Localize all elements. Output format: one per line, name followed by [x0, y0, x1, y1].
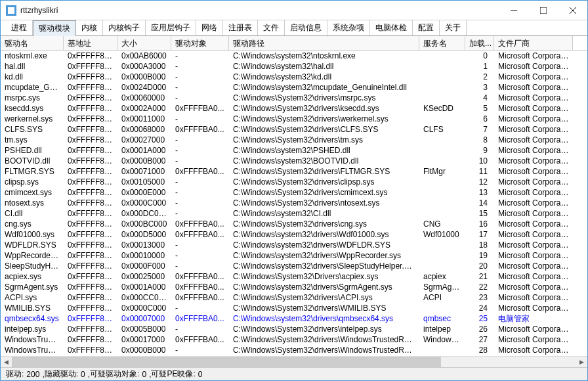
cell-name: ACPI.sys	[1, 292, 64, 303]
minimize-button[interactable]	[499, 1, 528, 20]
cell-obj: -	[171, 61, 229, 72]
cell-obj: -	[171, 156, 229, 166]
table-row[interactable]: WDFLDR.SYS0xFFFFF800...0x00013000-C:\Win…	[1, 240, 587, 250]
cell-ord: 26	[465, 324, 494, 334]
cell-obj: 0xFFFFBA0...	[171, 229, 229, 240]
cell-obj: 0xFFFFBA0...	[171, 124, 229, 135]
scroll-left-button[interactable]: ◀	[1, 357, 12, 368]
cell-base: 0xFFFFF800...	[64, 292, 117, 303]
column-header-3[interactable]: 驱动对象	[171, 36, 229, 50]
cell-vendor: Microsoft Corporation	[494, 156, 573, 166]
scroll-track[interactable]	[12, 357, 576, 368]
column-header-4[interactable]: 驱动路径	[229, 36, 419, 50]
cell-size: 0x0000C000	[117, 198, 171, 208]
cell-name: WindowsTruste...	[1, 334, 64, 345]
cell-name: WindowsTruste...	[1, 345, 64, 355]
cell-size: 0x000DC000	[117, 208, 171, 219]
cell-name: WDFLDR.SYS	[1, 240, 64, 250]
table-row[interactable]: mcupdate_Genu...0xFFFFF800...0x0024D000-…	[1, 82, 587, 93]
tab-2[interactable]: 内核	[76, 20, 103, 35]
column-header-0[interactable]: 驱动名	[1, 36, 64, 50]
cell-name: CLFS.SYS	[1, 124, 64, 135]
close-button[interactable]	[558, 1, 587, 20]
cell-path: C:\Windows\System32\drivers\WindowsTrust…	[229, 334, 419, 345]
cell-path: C:\Windows\system32\CI.dll	[229, 208, 419, 219]
table-row[interactable]: Wdf01000.sys0xFFFFF800...0x000D50000xFFF…	[1, 229, 587, 240]
tab-8[interactable]: 启动信息	[285, 20, 327, 35]
cell-svc: CLFS	[419, 124, 465, 135]
table-row[interactable]: cng.sys0xFFFFF800...0x000BC0000xFFFFBA0.…	[1, 219, 587, 229]
table-row[interactable]: intelpep.sys0xFFFFF800...0x0005B000-C:\W…	[1, 324, 587, 334]
cell-path: C:\Windows\System32\drivers\werkernel.sy…	[229, 114, 419, 124]
table-row[interactable]: cmimcext.sys0xFFFFF800...0x0000E000-C:\W…	[1, 187, 587, 198]
column-header-6[interactable]: 加载...	[465, 36, 494, 50]
cell-ord: 27	[465, 334, 494, 345]
cell-base: 0xFFFFF800...	[64, 177, 117, 187]
table-row[interactable]: SgrmAgent.sys0xFFFFF800...0x0001A0000xFF…	[1, 282, 587, 292]
cell-size: 0x0005B000	[117, 324, 171, 334]
cell-vendor: Microsoft Corporation	[494, 124, 573, 135]
window-title: rttzrhyslikri	[20, 6, 499, 15]
table-row[interactable]: WMILIB.SYS0xFFFFF800...0x0000C000-C:\Win…	[1, 303, 587, 313]
table-row[interactable]: msrpc.sys0xFFFFF800...0x00060000-C:\Wind…	[1, 93, 587, 103]
cell-obj: -	[171, 177, 229, 187]
table-row[interactable]: WindowsTruste...0xFFFFF800...0x0000B000-…	[1, 345, 587, 355]
cell-base: 0xFFFFF800...	[64, 187, 117, 198]
cell-ord: 12	[465, 177, 494, 187]
column-header-7[interactable]: 文件厂商	[494, 36, 573, 50]
column-header-5[interactable]: 服务名	[419, 36, 465, 50]
table-row[interactable]: WindowsTruste...0xFFFFF800...0x000170000…	[1, 334, 587, 345]
tab-4[interactable]: 应用层钩子	[146, 20, 196, 35]
table-row[interactable]: PSHED.dll0xFFFFF800...0x0001A000-C:\Wind…	[1, 145, 587, 156]
table-row[interactable]: ACPI.sys0xFFFFF800...0x000CC0000xFFFFBA0…	[1, 292, 587, 303]
table-row[interactable]: ksecdd.sys0xFFFFF800...0x0002A0000xFFFFB…	[1, 103, 587, 114]
table-row[interactable]: ntoskrnl.exe0xFFFFF800...0x00AB6000-C:\W…	[1, 51, 587, 61]
table-row[interactable]: qmbsecx64.sys0xFFFFF800...0x000070000xFF…	[1, 313, 587, 324]
table-row[interactable]: WppRecorder.sys0xFFFFF800...0x00010000-C…	[1, 250, 587, 261]
column-header-1[interactable]: 基地址	[64, 36, 117, 50]
cell-svc	[419, 261, 465, 271]
tab-7[interactable]: 文件	[258, 20, 285, 35]
tab-5[interactable]: 网络	[196, 20, 223, 35]
scroll-right-button[interactable]: ▶	[576, 357, 587, 368]
cell-base: 0xFFFFF800...	[64, 156, 117, 166]
cell-name: werkernel.sys	[1, 114, 64, 124]
tab-10[interactable]: 电脑体检	[370, 20, 413, 35]
cell-size: 0x0000C000	[117, 303, 171, 313]
tab-1[interactable]: 驱动模块	[33, 20, 76, 37]
horizontal-scrollbar[interactable]: ◀ ▶	[1, 356, 587, 367]
tab-3[interactable]: 内核钩子	[103, 20, 146, 35]
cell-name: CI.dll	[1, 208, 64, 219]
table-row[interactable]: ntosext.sys0xFFFFF800...0x0000C000-C:\Wi…	[1, 198, 587, 208]
cell-obj: 0xFFFFBA0...	[171, 292, 229, 303]
tab-12[interactable]: 关于	[440, 20, 467, 35]
status-drivers-label: 驱动:	[6, 369, 24, 380]
table-row[interactable]: acpiex.sys0xFFFFF800...0x000250000xFFFFB…	[1, 271, 587, 282]
cell-name: tm.sys	[1, 135, 64, 145]
maximize-button[interactable]	[528, 1, 558, 20]
tab-0[interactable]: 进程	[6, 20, 33, 35]
table-row[interactable]: kd.dll0xFFFFF800...0x0000B000-C:\Windows…	[1, 72, 587, 82]
cell-base: 0xFFFFF800...	[64, 282, 117, 292]
table-row[interactable]: BOOTVID.dll0xFFFFF800...0x0000B000-C:\Wi…	[1, 156, 587, 166]
cell-path: C:\Windows\System32\drivers\WindowsTrust…	[229, 345, 419, 355]
table-row[interactable]: clipsp.sys0xFFFFF800...0x00105000-C:\Win…	[1, 177, 587, 187]
cell-ord: 0	[465, 51, 494, 61]
tab-9[interactable]: 系统杂项	[327, 20, 370, 35]
table-row[interactable]: werkernel.sys0xFFFFF800...0x00011000-C:\…	[1, 114, 587, 124]
cell-vendor: Microsoft Corporation	[494, 292, 573, 303]
table-row[interactable]: CLFS.SYS0xFFFFF800...0x000680000xFFFFBA0…	[1, 124, 587, 135]
cell-path: C:\Windows\System32\drivers\FLTMGR.SYS	[229, 166, 419, 177]
table-row[interactable]: SleepStudyHelp...0xFFFFF800...0x0000F000…	[1, 261, 587, 271]
tab-6[interactable]: 注册表	[223, 20, 258, 35]
table-row[interactable]: CI.dll0xFFFFF800...0x000DC000-C:\Windows…	[1, 208, 587, 219]
cell-base: 0xFFFFF800...	[64, 261, 117, 271]
table-row[interactable]: FLTMGR.SYS0xFFFFF800...0x000710000xFFFFB…	[1, 166, 587, 177]
table-row[interactable]: hal.dll0xFFFFF800...0x000A3000-C:\Window…	[1, 61, 587, 72]
scroll-thumb[interactable]	[12, 357, 441, 368]
table-row[interactable]: tm.sys0xFFFFF800...0x00027000-C:\Windows…	[1, 135, 587, 145]
cell-vendor: Microsoft Corporation	[494, 166, 573, 177]
column-header-2[interactable]: 大小	[117, 36, 171, 50]
tab-11[interactable]: 配置	[413, 20, 440, 35]
grid-body[interactable]: ntoskrnl.exe0xFFFFF800...0x00AB6000-C:\W…	[1, 51, 587, 356]
